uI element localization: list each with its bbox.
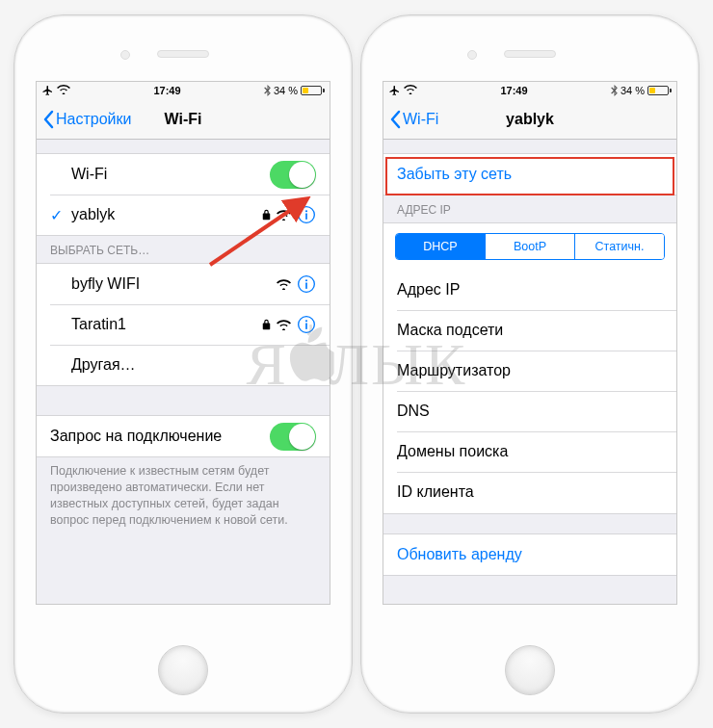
ask-to-join-footer: Подключение к известным сетям будет прои… bbox=[37, 457, 330, 534]
info-icon[interactable] bbox=[297, 315, 316, 334]
ask-to-join-label: Запрос на подключение bbox=[50, 428, 270, 445]
router-row[interactable]: Маршрутизатор bbox=[383, 351, 676, 391]
phone-left: 17:49 34 % Настройки Wi-Fi bbox=[13, 14, 353, 714]
svg-point-7 bbox=[305, 320, 307, 322]
ip-address-header: Адрес IP bbox=[383, 195, 676, 222]
screen-left: 17:49 34 % Настройки Wi-Fi bbox=[36, 81, 330, 605]
search-domains-row[interactable]: Домены поиска bbox=[383, 431, 676, 472]
wifi-toggle-label: Wi-Fi bbox=[71, 166, 270, 183]
airplane-icon bbox=[388, 85, 401, 96]
svg-point-1 bbox=[305, 210, 307, 212]
screen-right: 17:49 34 % Wi-Fi yablyk За bbox=[383, 81, 677, 605]
network-row-0[interactable]: byfly WIFI bbox=[37, 264, 330, 304]
bluetooth-icon bbox=[611, 85, 618, 96]
svg-rect-2 bbox=[305, 213, 307, 220]
ip-row[interactable]: Адрес IP bbox=[383, 270, 676, 310]
home-button[interactable] bbox=[505, 645, 555, 695]
other-network-label: Другая… bbox=[71, 356, 316, 374]
status-time: 17:49 bbox=[500, 85, 527, 96]
svg-point-4 bbox=[305, 279, 307, 281]
battery-icon bbox=[301, 86, 325, 95]
forget-network-label: Забыть эту сеть bbox=[397, 166, 663, 183]
network-row-1[interactable]: Taratin1 bbox=[37, 304, 330, 345]
network-name: byfly WIFI bbox=[71, 275, 277, 293]
phone-camera bbox=[120, 50, 130, 60]
nav-bar: Wi-Fi yablyk bbox=[383, 99, 676, 140]
forget-network-row[interactable]: Забыть эту сеть bbox=[383, 154, 676, 195]
nav-bar: Настройки Wi-Fi bbox=[37, 99, 330, 140]
renew-lease-row[interactable]: Обновить аренду bbox=[383, 534, 676, 575]
phone-speaker bbox=[504, 50, 556, 58]
status-bar: 17:49 34 % bbox=[383, 82, 676, 99]
choose-network-header: Выбрать сеть… bbox=[37, 236, 330, 263]
svg-rect-8 bbox=[305, 323, 307, 329]
checkmark-icon: ✓ bbox=[50, 206, 71, 224]
phone-right: 17:49 34 % Wi-Fi yablyk За bbox=[360, 14, 700, 714]
ask-to-join-switch[interactable] bbox=[270, 423, 316, 451]
wifi-status-icon bbox=[57, 85, 70, 96]
back-label: Wi-Fi bbox=[403, 111, 438, 128]
network-name: Taratin1 bbox=[71, 316, 262, 333]
back-label: Настройки bbox=[56, 111, 131, 128]
battery-percent: 34 % bbox=[621, 85, 645, 96]
back-button[interactable]: Настройки bbox=[42, 110, 131, 129]
wifi-status-icon bbox=[404, 85, 417, 96]
ask-to-join-row: Запрос на подключение bbox=[37, 416, 330, 456]
client-id-row[interactable]: ID клиента bbox=[383, 472, 676, 512]
wifi-signal-icon bbox=[277, 210, 291, 221]
battery-percent: 34 % bbox=[274, 85, 298, 96]
info-icon[interactable] bbox=[297, 274, 316, 294]
home-button[interactable] bbox=[158, 645, 208, 695]
phone-speaker bbox=[157, 50, 209, 58]
connected-network-name: yablyk bbox=[71, 206, 262, 223]
mask-row[interactable]: Маска подсети bbox=[383, 310, 676, 351]
airplane-icon bbox=[41, 85, 54, 96]
renew-lease-label: Обновить аренду bbox=[397, 546, 663, 563]
back-button[interactable]: Wi-Fi bbox=[389, 110, 438, 129]
segment-bootp[interactable]: BootP bbox=[485, 234, 574, 259]
ip-mode-segmented[interactable]: DHCP BootP Статичн. bbox=[395, 233, 665, 260]
lock-icon bbox=[262, 319, 271, 330]
battery-icon bbox=[647, 86, 672, 95]
info-icon[interactable] bbox=[297, 205, 316, 224]
segment-dhcp[interactable]: DHCP bbox=[396, 234, 485, 259]
bluetooth-icon bbox=[264, 85, 271, 96]
connected-network-row[interactable]: ✓ yablyk bbox=[37, 195, 330, 235]
svg-rect-5 bbox=[305, 282, 307, 289]
lock-icon bbox=[262, 209, 271, 221]
wifi-signal-icon bbox=[277, 320, 291, 330]
segment-static[interactable]: Статичн. bbox=[574, 234, 664, 259]
status-bar: 17:49 34 % bbox=[37, 82, 330, 99]
phone-camera bbox=[467, 50, 477, 60]
wifi-switch[interactable] bbox=[270, 161, 316, 189]
other-network-row[interactable]: Другая… bbox=[37, 345, 330, 385]
status-time: 17:49 bbox=[153, 85, 180, 96]
wifi-signal-icon bbox=[277, 279, 291, 290]
dns-row[interactable]: DNS bbox=[383, 391, 676, 431]
wifi-toggle-row: Wi-Fi bbox=[37, 154, 330, 195]
